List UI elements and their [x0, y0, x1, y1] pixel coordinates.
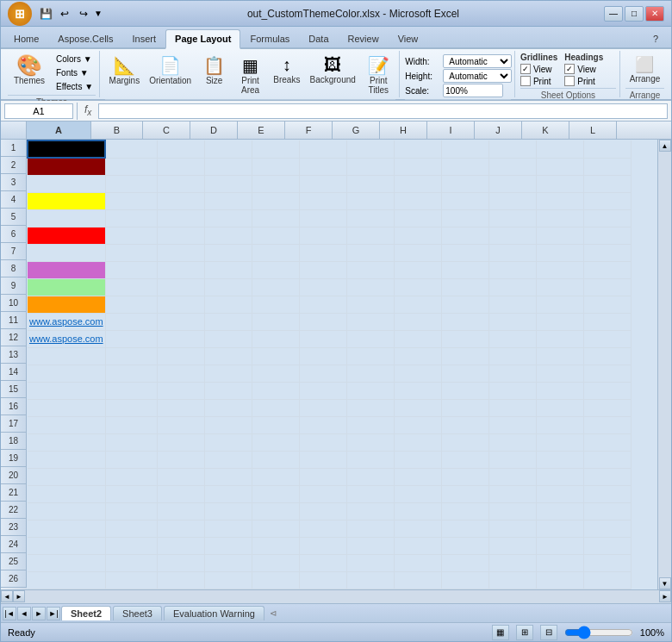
cell-a8[interactable]	[28, 261, 105, 278]
scroll-right-button[interactable]: ►	[13, 590, 25, 602]
size-button[interactable]: 📋 Size	[197, 53, 232, 88]
headings-view-check[interactable]: ✓ View	[564, 64, 603, 74]
scroll-right-end-button[interactable]: ►	[659, 590, 671, 602]
row-header-20[interactable]: 20	[1, 467, 27, 484]
col-header-c[interactable]: C	[143, 122, 190, 139]
tab-aspose[interactable]: Aspose.Cells	[48, 29, 122, 47]
cell-a4[interactable]	[28, 192, 105, 209]
row-header-1[interactable]: 1	[1, 140, 27, 157]
margins-button[interactable]: 📐 Margins	[105, 53, 144, 88]
save-qat-button[interactable]: 💾	[37, 5, 54, 22]
print-area-button[interactable]: ▦ PrintArea	[233, 53, 268, 97]
cell-f1[interactable]	[299, 140, 346, 158]
tab-home[interactable]: Home	[4, 29, 48, 47]
page-break-view-button[interactable]: ⊟	[540, 625, 557, 640]
cell-a9[interactable]	[28, 278, 105, 296]
col-header-e[interactable]: E	[238, 122, 285, 139]
row-header-10[interactable]: 10	[1, 295, 27, 312]
arrange-button[interactable]: ⬜ Arrange	[625, 53, 664, 86]
row-header-9[interactable]: 9	[1, 277, 27, 295]
row-header-2[interactable]: 2	[1, 157, 27, 174]
cell-a7[interactable]	[28, 244, 105, 261]
tab-view[interactable]: View	[389, 29, 428, 47]
vertical-scrollbar[interactable]: ▲ ▼	[657, 140, 671, 589]
height-select[interactable]: Automatic	[443, 69, 512, 83]
maximize-button[interactable]: □	[625, 6, 644, 22]
qat-expand[interactable]: ▼	[94, 9, 103, 18]
row-header-4[interactable]: 4	[1, 191, 27, 209]
col-header-j[interactable]: J	[475, 122, 522, 139]
row-header-26[interactable]: 26	[1, 570, 27, 588]
cell-a12[interactable]: www.aspose.com	[28, 330, 105, 347]
tab-data[interactable]: Data	[299, 29, 338, 47]
cell-a2[interactable]	[28, 158, 105, 175]
close-button[interactable]: ✕	[645, 6, 664, 22]
col-header-l[interactable]: L	[569, 122, 617, 139]
row-header-23[interactable]: 23	[1, 519, 27, 536]
row-header-14[interactable]: 14	[1, 364, 27, 381]
col-header-h[interactable]: H	[380, 122, 427, 139]
headings-view-checkbox[interactable]: ✓	[564, 64, 575, 74]
undo-qat-button[interactable]: ↩	[56, 5, 73, 22]
fonts-button[interactable]: Fonts ▼	[53, 66, 96, 79]
cell-b1[interactable]	[105, 140, 157, 158]
scroll-down-button[interactable]: ▼	[659, 577, 671, 589]
minimize-button[interactable]: —	[604, 6, 623, 22]
sheet-tab-sheet3[interactable]: Sheet3	[113, 606, 162, 620]
scroll-left-button[interactable]: ◄	[1, 590, 13, 602]
cell-d1[interactable]	[204, 140, 252, 158]
name-box[interactable]	[4, 103, 73, 119]
scroll-up-button[interactable]: ▲	[659, 140, 671, 152]
cell-h1[interactable]	[394, 140, 441, 158]
cell-a3[interactable]	[28, 175, 105, 192]
cell-a10[interactable]	[28, 296, 105, 313]
row-header-8[interactable]: 8	[1, 260, 27, 277]
sheet-nav-next[interactable]: ►	[32, 607, 46, 620]
row-header-16[interactable]: 16	[1, 398, 27, 415]
col-header-b[interactable]: B	[91, 122, 143, 139]
cell-a5[interactable]	[28, 209, 105, 227]
row-header-24[interactable]: 24	[1, 536, 27, 553]
page-layout-view-button[interactable]: ⊞	[516, 625, 533, 640]
tab-help[interactable]: ?	[644, 29, 668, 47]
row-header-13[interactable]: 13	[1, 346, 27, 364]
cell-l1[interactable]	[583, 140, 631, 158]
row-header-17[interactable]: 17	[1, 415, 27, 433]
row-header-7[interactable]: 7	[1, 243, 27, 260]
colors-button[interactable]: Colors ▼	[53, 53, 96, 65]
row-header-19[interactable]: 19	[1, 450, 27, 467]
scale-input[interactable]	[443, 84, 503, 97]
row-header-25[interactable]: 25	[1, 553, 27, 570]
col-header-f[interactable]: F	[285, 122, 333, 139]
gridlines-view-check[interactable]: ✓ View	[520, 64, 557, 74]
row-header-15[interactable]: 15	[1, 381, 27, 398]
tab-review[interactable]: Review	[339, 29, 389, 47]
row-header-12[interactable]: 12	[1, 329, 27, 346]
width-select[interactable]: Automatic	[443, 54, 512, 68]
gridlines-print-check[interactable]: Print	[520, 76, 557, 86]
cell-i1[interactable]	[441, 140, 488, 158]
effects-button[interactable]: Effects ▼	[53, 80, 96, 93]
sheet-tab-sheet2[interactable]: Sheet2	[61, 606, 111, 620]
background-button[interactable]: 🖼 Background	[306, 53, 359, 87]
cell-g1[interactable]	[346, 140, 394, 158]
cell-c1[interactable]	[157, 140, 204, 158]
row-header-18[interactable]: 18	[1, 433, 27, 450]
col-header-d[interactable]: D	[190, 122, 238, 139]
themes-button[interactable]: 🎨 Themes	[8, 53, 51, 88]
tab-formulas[interactable]: Formulas	[240, 29, 299, 47]
redo-qat-button[interactable]: ↪	[75, 5, 92, 22]
gridlines-view-checkbox[interactable]: ✓	[520, 64, 531, 74]
print-titles-button[interactable]: 📝 PrintTitles	[361, 53, 395, 97]
cell-a1[interactable]	[28, 140, 105, 158]
corner-cell[interactable]	[1, 122, 27, 139]
formula-input[interactable]	[98, 103, 668, 119]
cell-e1[interactable]	[252, 140, 299, 158]
sheet-nav-prev[interactable]: ◄	[17, 607, 31, 620]
zoom-slider[interactable]	[564, 628, 633, 637]
cell-k1[interactable]	[536, 140, 583, 158]
cell-a6[interactable]	[28, 227, 105, 244]
sheet-nav-last[interactable]: ►|	[47, 607, 60, 620]
orientation-button[interactable]: 📄 Orientation	[146, 53, 196, 88]
tab-page-layout[interactable]: Page Layout	[165, 29, 240, 49]
